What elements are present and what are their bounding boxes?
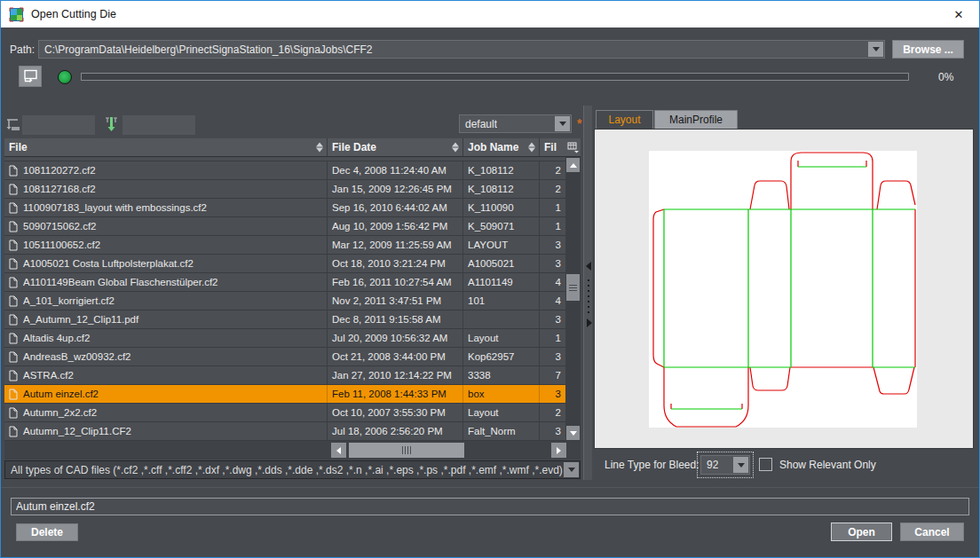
path-combobox[interactable]: C:\ProgramData\Heidelberg\PrinectSignaSt… bbox=[38, 40, 885, 59]
job-name: Layout bbox=[463, 329, 540, 347]
table-row[interactable]: A_101_korrigiert.cf2 Nov 2, 2011 3:47:51… bbox=[4, 292, 565, 310]
vertical-scrollbar-thumb[interactable] bbox=[566, 274, 580, 301]
show-relevant-label: Show Relevant Only bbox=[779, 459, 876, 471]
job-name: Kop62957 bbox=[463, 348, 540, 365]
table-row[interactable]: A_Autumn_12_Clip11.pdf Dec 8, 2011 9:15:… bbox=[4, 310, 565, 329]
scroll-right-button[interactable] bbox=[551, 443, 566, 458]
table-row[interactable]: Autumn_12_Clip11.CF2 Jul 18, 2006 2:56:2… bbox=[4, 422, 565, 441]
tab-layout[interactable]: Layout bbox=[596, 110, 653, 129]
file-count: 1 bbox=[540, 217, 565, 235]
column-header-file-date[interactable]: File Date bbox=[328, 138, 463, 156]
date-filter-input[interactable] bbox=[122, 115, 195, 135]
table-row[interactable]: A1005021 Costa Luftpolsterplakat.cf2 Oct… bbox=[4, 255, 565, 273]
file-icon bbox=[9, 221, 18, 232]
table-row[interactable]: 10511100652.cf2 Mar 12, 2009 11:25:59 AM… bbox=[4, 236, 565, 255]
column-header-job-name[interactable]: Job Name bbox=[463, 138, 540, 156]
column-chooser-button[interactable] bbox=[565, 138, 581, 157]
table-vertical-scrollbar[interactable] bbox=[565, 157, 581, 441]
file-name: Autumn_2x2.cf2 bbox=[23, 407, 97, 418]
file-name: AndreasB_wz00932.cf2 bbox=[23, 351, 130, 362]
job-name: box bbox=[463, 385, 540, 403]
die-preview-canvas bbox=[649, 151, 917, 428]
path-label: Path: bbox=[10, 43, 35, 56]
tab-mainprofile[interactable]: MainProfile bbox=[654, 110, 738, 129]
file-count: 2 bbox=[540, 180, 565, 198]
job-name: Layout bbox=[463, 404, 540, 421]
file-count: 3 bbox=[540, 385, 565, 403]
file-count: 2 bbox=[540, 404, 565, 421]
column-header-fil[interactable]: Fil bbox=[540, 138, 565, 156]
file-count: 4 bbox=[540, 292, 565, 310]
horizontal-scrollbar-thumb[interactable] bbox=[349, 443, 464, 458]
file-table-header: File File Date Job Name Fil bbox=[4, 138, 565, 157]
file-name: A1005021 Costa Luftpolsterplakat.cf2 bbox=[23, 258, 194, 269]
file-name: 1081127168.cf2 bbox=[23, 184, 96, 194]
table-row[interactable]: Autumn_2x2.cf2 Oct 10, 2007 3:55:30 PM L… bbox=[4, 404, 565, 422]
title-bar: Open Cutting Die ✕ bbox=[1, 1, 979, 28]
filter-tree-icon bbox=[5, 117, 21, 133]
preset-combobox[interactable]: default bbox=[459, 114, 572, 133]
collapse-left-icon[interactable] bbox=[586, 262, 591, 271]
file-icon bbox=[9, 314, 18, 326]
table-horizontal-scrollbar[interactable] bbox=[4, 441, 581, 460]
close-button[interactable]: ✕ bbox=[938, 1, 979, 28]
open-cutting-die-dialog: Open Cutting Die ✕ Path: C:\ProgramData\… bbox=[0, 0, 980, 558]
file-icon bbox=[9, 184, 18, 195]
job-name: 3338 bbox=[463, 366, 540, 384]
file-icon bbox=[9, 333, 18, 344]
progress-bar bbox=[81, 73, 909, 81]
bleed-dropdown-button[interactable] bbox=[733, 457, 748, 473]
open-button[interactable]: Open bbox=[831, 523, 892, 541]
cancel-button[interactable]: Cancel bbox=[900, 523, 964, 541]
table-row[interactable]: 1100907183_layout with embossings.cf2 Se… bbox=[4, 199, 565, 217]
scroll-left-button[interactable] bbox=[331, 443, 346, 458]
delete-button[interactable]: Delete bbox=[16, 523, 78, 541]
file-icon bbox=[9, 258, 18, 270]
file-icon bbox=[9, 295, 18, 307]
job-name: Falt_Norm bbox=[463, 422, 540, 440]
selected-filename-input[interactable] bbox=[11, 498, 969, 515]
table-row[interactable]: A1101149Beam Global Flaschenstülper.cf2 … bbox=[4, 273, 565, 292]
collapse-right-icon[interactable] bbox=[587, 318, 592, 327]
preset-dropdown-button[interactable] bbox=[555, 116, 570, 131]
table-row[interactable]: AndreasB_wz00932.cf2 Oct 21, 2008 3:44:0… bbox=[4, 348, 565, 366]
job-name: A1005021 bbox=[463, 255, 540, 272]
file-icon bbox=[9, 165, 18, 177]
table-row[interactable]: 5090715062.cf2 Aug 10, 2009 1:56:42 PM K… bbox=[4, 217, 565, 236]
refresh-view-button[interactable] bbox=[19, 66, 42, 87]
preset-value: default bbox=[465, 118, 497, 130]
file-date: Jan 15, 2009 12:26:45 PM bbox=[328, 180, 463, 198]
file-icon bbox=[9, 351, 18, 363]
file-date: Mar 12, 2009 11:25:59 AM bbox=[328, 236, 463, 254]
file-count: 2 bbox=[540, 161, 565, 179]
file-count: 4 bbox=[540, 273, 565, 291]
sort-icon bbox=[316, 143, 323, 153]
window-title: Open Cutting Die bbox=[31, 8, 116, 20]
table-row[interactable]: Altadis 4up.cf2 Jul 20, 2009 10:56:32 AM… bbox=[4, 329, 565, 348]
panel-splitter[interactable] bbox=[583, 106, 592, 480]
table-row[interactable]: Autum einzel.cf2 Feb 11, 2008 1:44:33 PM… bbox=[4, 385, 565, 404]
browse-button[interactable]: Browse ... bbox=[892, 40, 964, 59]
file-type-dropdown-button[interactable] bbox=[564, 462, 579, 477]
file-icon bbox=[9, 240, 18, 251]
table-row[interactable]: 1081120272.cf2 Dec 4, 2008 11:24:40 AM K… bbox=[4, 161, 565, 180]
path-value: C:\ProgramData\Heidelberg\PrinectSignaSt… bbox=[44, 43, 373, 56]
file-type-combobox[interactable]: All types of CAD files (*.cf2 ,*.cff ,*.… bbox=[4, 460, 581, 479]
file-icon bbox=[9, 389, 18, 400]
job-name: A1101149 bbox=[463, 273, 540, 291]
job-name bbox=[463, 310, 540, 328]
show-relevant-checkbox[interactable] bbox=[759, 458, 772, 471]
scroll-down-button[interactable] bbox=[566, 426, 580, 440]
table-row[interactable]: 1081127168.cf2 Jan 15, 2009 12:26:45 PM … bbox=[4, 180, 565, 199]
column-header-file[interactable]: File bbox=[4, 138, 328, 156]
file-name: 1081120272.cf2 bbox=[23, 165, 96, 176]
table-row[interactable]: ASTRA.cf2 Jan 27, 2010 12:14:22 PM 3338 … bbox=[4, 366, 565, 385]
bleed-line-type-combobox[interactable]: 92 bbox=[700, 455, 750, 475]
file-date: Oct 21, 2008 3:44:00 PM bbox=[328, 348, 463, 365]
name-filter-input[interactable] bbox=[22, 115, 95, 135]
scroll-up-button[interactable] bbox=[566, 158, 580, 172]
file-count: 3 bbox=[540, 236, 565, 254]
path-dropdown-button[interactable] bbox=[868, 42, 883, 57]
file-count: 3 bbox=[540, 310, 565, 328]
arrow-left-icon bbox=[336, 447, 341, 454]
